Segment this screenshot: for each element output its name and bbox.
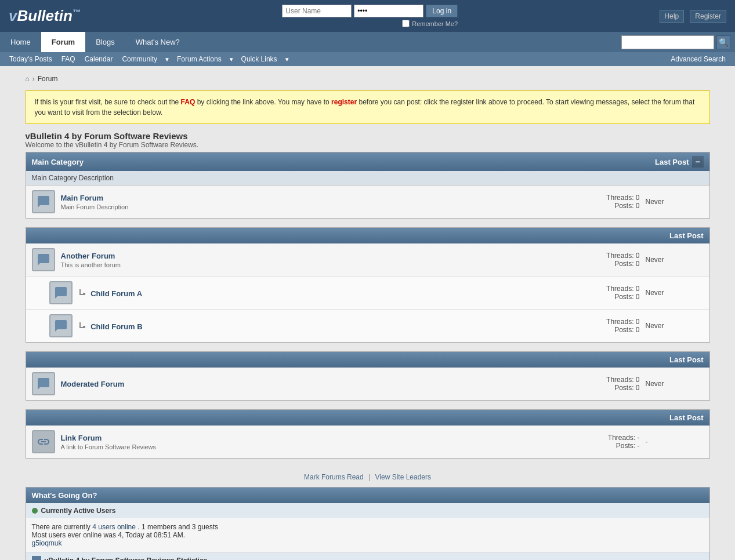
forum-stats-child-b: Threads: 0 Posts: 0 xyxy=(570,318,640,334)
forum-icon-child-a xyxy=(49,281,73,304)
notice-text-middle: by clicking the link above. You may have… xyxy=(197,98,330,106)
forum-row-child-b: Child Forum B Threads: 0 Posts: 0 Never xyxy=(26,310,709,342)
notice-box: If this is your first visit, be sure to … xyxy=(26,90,710,124)
notice-text-before: If this is your first visit, be sure to … xyxy=(35,98,179,106)
forum-info-child-b: Child Forum B xyxy=(78,321,564,331)
view-site-leaders-link[interactable]: View Site Leaders xyxy=(375,473,432,481)
quick-links-dropdown-arrow[interactable]: ▼ xyxy=(282,53,292,66)
wgo-active-users-title: Currently Active Users xyxy=(41,507,116,515)
category-lastpost-label-link: Last Post xyxy=(669,413,704,422)
subnav-community-dropdown[interactable]: Community ▼ xyxy=(117,52,172,66)
forum-info-main-forum: Main Forum Main Forum Description xyxy=(61,194,564,210)
forum-icon-moderated xyxy=(32,372,55,395)
remember-checkbox[interactable] xyxy=(402,20,410,27)
forum-threads-moderated: Threads: 0 xyxy=(570,376,640,384)
community-dropdown-arrow[interactable]: ▼ xyxy=(162,53,172,66)
active-body-text: There are currently xyxy=(32,523,90,531)
forum-lastpost-main: Never xyxy=(646,198,704,206)
forum-name-another-forum[interactable]: Another Forum xyxy=(61,252,115,260)
remember-label: Remember Me? xyxy=(412,20,458,27)
category-header-main: Main Category Last Post − xyxy=(26,152,709,171)
footer-links: Mark Forums Read | View Site Leaders xyxy=(26,467,710,487)
forum-info-child-a: Child Forum A xyxy=(78,288,564,298)
forum-posts-moderated: Posts: 0 xyxy=(570,384,640,392)
forum-posts-child-b: Posts: 0 xyxy=(570,326,640,334)
child-icon-b xyxy=(78,321,86,329)
forum-row-main-forum: Main Forum Main Forum Description Thread… xyxy=(26,186,709,218)
username-input[interactable] xyxy=(282,5,352,17)
forum-name-moderated[interactable]: Moderated Forum xyxy=(61,380,125,388)
forum-name-child-b[interactable]: Child Forum B xyxy=(90,322,143,331)
nav-blogs[interactable]: Blogs xyxy=(85,32,125,52)
mark-forums-read-link[interactable]: Mark Forums Read xyxy=(304,473,364,481)
header: vBulletin™ Log in Remember Me? Help Regi… xyxy=(0,0,735,32)
nav-whats-new[interactable]: What's New? xyxy=(125,32,190,52)
forum-threads-main: Threads: 0 xyxy=(570,194,640,202)
category-header-another: Last Post xyxy=(26,228,709,243)
subnav-forum-actions-dropdown[interactable]: Forum Actions ▼ xyxy=(172,52,237,66)
svg-rect-1 xyxy=(83,326,85,328)
login-button[interactable]: Log in xyxy=(426,5,458,17)
forum-lastpost-another: Never xyxy=(646,256,704,264)
forum-lastpost-child-a: Never xyxy=(646,289,704,297)
stats-icon xyxy=(32,556,41,560)
category-lastpost-label-main: Last Post xyxy=(655,158,689,166)
forum-desc-main-forum: Main Forum Description xyxy=(61,203,564,210)
advanced-search-link[interactable]: Advanced Search xyxy=(666,52,730,66)
subnav-calendar[interactable]: Calendar xyxy=(80,52,118,66)
wgo-stats-section: vBulletin 4 by Forum Software Reviews St… xyxy=(26,552,709,560)
breadcrumb-home-icon[interactable]: ⌂ xyxy=(26,75,30,83)
active-body-extra: Most users ever online was 4, Today at 0… xyxy=(32,531,186,539)
active-user-link[interactable]: g5ioqmuk xyxy=(32,539,62,547)
forum-lastpost-link: - xyxy=(646,438,704,446)
forum-posts-child-a: Posts: 0 xyxy=(570,293,640,301)
category-collapse-main[interactable]: − xyxy=(692,156,704,168)
breadcrumb-current: Forum xyxy=(38,75,58,83)
forum-info-another-forum: Another Forum This is another forum xyxy=(61,252,564,268)
forum-name-child-a[interactable]: Child Forum A xyxy=(90,289,142,298)
footer-sep: | xyxy=(368,473,370,481)
search-input[interactable] xyxy=(621,35,714,49)
register-link[interactable]: Register xyxy=(690,10,726,23)
forum-desc-link-forum: A link to Forum Software Reviews xyxy=(61,443,564,450)
help-link[interactable]: Help xyxy=(660,10,685,23)
password-input[interactable] xyxy=(354,5,423,17)
notice-faq-link[interactable]: FAQ xyxy=(181,98,195,106)
subnav-quick-links[interactable]: Quick Links xyxy=(237,52,282,66)
forum-stats-child-a: Threads: 0 Posts: 0 xyxy=(570,285,640,301)
category-header-link: Last Post xyxy=(26,410,709,426)
wgo-active-users-body: There are currently 4 users online . 1 m… xyxy=(26,518,709,552)
wgo-active-users-section: Currently Active Users There are current… xyxy=(26,503,709,552)
forum-posts-another: Posts: 0 xyxy=(570,260,640,268)
notice-register-link[interactable]: register xyxy=(331,98,357,106)
forum-info-moderated: Moderated Forum xyxy=(61,380,564,388)
category-header-moderated: Last Post xyxy=(26,352,709,368)
login-area: Log in Remember Me? xyxy=(282,5,458,27)
subnav-forum-actions[interactable]: Forum Actions xyxy=(172,52,226,66)
forum-name-main-forum[interactable]: Main Forum xyxy=(61,194,104,202)
forum-row-moderated: Moderated Forum Threads: 0 Posts: 0 Neve… xyxy=(26,368,709,400)
wgo-stats-header: vBulletin 4 by Forum Software Reviews St… xyxy=(26,552,709,560)
category-name-main: Main Category xyxy=(32,158,84,166)
subnav-todays-posts[interactable]: Today's Posts xyxy=(5,52,57,66)
subnav-faq[interactable]: FAQ xyxy=(57,52,80,66)
nav-forum[interactable]: Forum xyxy=(41,32,85,52)
content: ⌂ › Forum If this is your first visit, b… xyxy=(20,66,716,560)
subnav-community[interactable]: Community xyxy=(117,52,162,66)
category-block-link: Last Post Link Forum A link to Forum Sof… xyxy=(26,409,710,459)
forum-lastpost-child-b: Never xyxy=(646,322,704,330)
forum-actions-dropdown-arrow[interactable]: ▼ xyxy=(226,53,237,66)
category-block-moderated: Last Post Moderated Forum Threads: 0 Pos… xyxy=(26,351,710,401)
category-lastpost-label-moderated: Last Post xyxy=(669,355,704,364)
forum-name-link-forum[interactable]: Link Forum xyxy=(61,434,102,442)
forum-threads-child-a: Threads: 0 xyxy=(570,285,640,293)
category-block-another: Last Post Another Forum This is another … xyxy=(26,227,710,343)
active-users-count-link[interactable]: 4 users online xyxy=(92,523,136,531)
header-links: Help Register xyxy=(660,10,726,23)
forum-title-block: vBulletin 4 by Forum Software Reviews We… xyxy=(26,131,710,149)
search-button[interactable]: 🔍 xyxy=(716,35,730,49)
category-block-main: Main Category Last Post − Main Category … xyxy=(26,152,710,219)
forum-icon-main-forum xyxy=(32,190,55,213)
nav-home[interactable]: Home xyxy=(0,32,41,52)
subnav-quick-links-dropdown[interactable]: Quick Links ▼ xyxy=(237,52,292,66)
